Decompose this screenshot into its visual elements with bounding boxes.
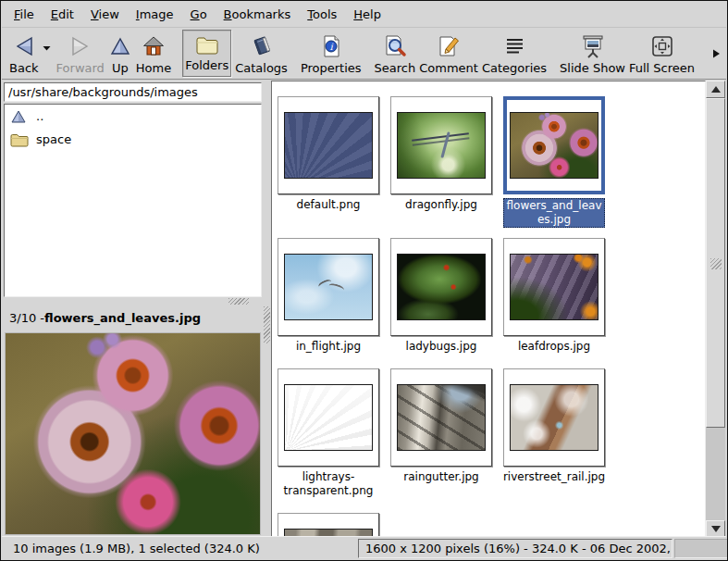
thumbnail-label[interactable]: ladybugs.jpg	[387, 340, 496, 354]
search-button[interactable]: Search	[373, 29, 418, 79]
toolbar-overflow-button[interactable]	[706, 28, 726, 79]
preview-index: 3/10 -	[9, 311, 44, 325]
catalogs-button[interactable]: Catalogs	[233, 29, 290, 79]
thumbnail-riverstreet[interactable]	[503, 368, 605, 467]
search-label: Search	[375, 61, 416, 75]
thumbnail-image	[398, 113, 485, 178]
forward-button[interactable]: Forward	[55, 29, 106, 79]
thumbnail-image	[285, 385, 372, 450]
thumbnail-default[interactable]	[278, 96, 379, 194]
properties-button[interactable]: i Properties	[299, 29, 364, 79]
thumbnail-image	[511, 255, 598, 319]
splitter-grip[interactable]	[228, 298, 249, 305]
menu-tools[interactable]: Tools	[299, 3, 345, 26]
magnifier-document-icon	[383, 33, 407, 59]
up-triangle-icon	[711, 86, 721, 93]
scrollbar-grip	[710, 258, 722, 269]
vertical-scrollbar[interactable]	[706, 81, 725, 538]
menu-view[interactable]: View	[82, 3, 128, 26]
thumbnail-label[interactable]: dragonfly.jpg	[387, 198, 496, 212]
document-info-icon: i	[319, 33, 343, 59]
thumbnail-partial[interactable]	[278, 513, 379, 538]
menu-help[interactable]: Help	[345, 3, 389, 26]
thumbnail-label[interactable]: default.png	[274, 198, 383, 212]
full-screen-label: Full Screen	[629, 61, 695, 75]
back-button[interactable]: Back	[7, 29, 41, 79]
thumbnail-label[interactable]: raingutter.jpg	[387, 470, 496, 484]
thumbnail-image	[511, 113, 598, 178]
up-icon	[108, 33, 132, 59]
statusbar-summary: 10 images (1.9 MB), 1 selected (324.0 K)	[13, 537, 260, 560]
thumbnail-label[interactable]: riverstreet_rail.jpg	[500, 470, 609, 484]
up-button[interactable]: Up	[106, 29, 134, 79]
thumbnail-dragonfly[interactable]	[390, 96, 492, 194]
thumbnail-label-selected[interactable]: flowers_and_leaves.jpg	[503, 198, 605, 228]
categories-button[interactable]: Categories	[480, 29, 549, 79]
thumbnail-image	[511, 385, 598, 450]
location-input[interactable]	[4, 82, 262, 102]
statusbar-image-info: 1600 x 1200 pixels (16%) - 324.0 K - 06 …	[358, 539, 672, 558]
folder-item-parent[interactable]: ..	[5, 105, 261, 128]
down-triangle-icon	[711, 526, 721, 532]
comment-label: Comment	[419, 61, 478, 75]
thumbnail-label[interactable]: in_flight.jpg	[274, 340, 383, 354]
menu-file[interactable]: File	[6, 3, 43, 26]
folders-label: Folders	[185, 58, 228, 72]
folder-item-space[interactable]: space	[5, 128, 261, 151]
menubar: File Edit View Image Go Bookmarks Tools …	[2, 1, 726, 28]
scrollbar-thumb[interactable]	[706, 98, 725, 428]
menu-image[interactable]: Image	[128, 3, 182, 26]
thumbnail-raingutter[interactable]	[390, 368, 492, 467]
thumbnail-in-flight[interactable]	[278, 238, 379, 336]
thumbnail-image	[398, 385, 485, 450]
resize-grip[interactable]	[674, 539, 728, 558]
statusbar: 10 images (1.9 MB), 1 selected (324.0 K)…	[2, 536, 726, 559]
full-screen-button[interactable]: Full Screen	[627, 29, 697, 79]
thumbnail-ladybugs[interactable]	[390, 238, 492, 336]
horizontal-splitter[interactable]	[3, 297, 263, 305]
menu-edit[interactable]: Edit	[43, 3, 82, 26]
folder-icon	[194, 33, 220, 56]
thumbnail-flowers-selected[interactable]	[503, 96, 605, 194]
preview-status: 3/10 - flowers_and_leaves.jpg	[3, 305, 263, 330]
home-icon	[142, 33, 166, 59]
thumbnail-leafdrops[interactable]	[503, 238, 605, 336]
folder-icon	[10, 132, 31, 147]
folder-item-label: ..	[36, 109, 43, 123]
slide-show-label: Slide Show	[560, 61, 625, 75]
thumbnail-image	[285, 255, 372, 319]
fullscreen-icon	[650, 33, 674, 59]
chevron-down-icon	[42, 44, 52, 52]
preview-image[interactable]	[5, 332, 261, 535]
back-icon	[12, 33, 36, 59]
preview-pane	[3, 330, 263, 538]
up-label: Up	[112, 61, 129, 75]
home-button[interactable]: Home	[134, 29, 173, 79]
thumbnail-label[interactable]: leafdrops.jpg	[500, 340, 609, 354]
thumbnail-lightrays[interactable]	[278, 368, 379, 467]
right-arrow-icon	[711, 48, 721, 59]
up-triangle-icon	[10, 109, 31, 124]
preview-filename: flowers_and_leaves.jpg	[44, 311, 201, 325]
slide-show-button[interactable]: Slide Show	[558, 29, 627, 79]
toolbar: Back Forward Up Home	[2, 28, 726, 80]
projector-screen-icon	[580, 33, 606, 59]
menu-bookmarks[interactable]: Bookmarks	[216, 3, 300, 26]
thumbnail-pane: default.png dragonfly.jpg flowers_and_le…	[271, 81, 706, 538]
menu-go[interactable]: Go	[182, 3, 216, 26]
home-label: Home	[136, 61, 171, 75]
forward-label: Forward	[56, 61, 105, 75]
thumbnail-label[interactable]: lightrays-transparent.png	[274, 470, 383, 498]
pencil-document-icon	[437, 33, 461, 59]
splitter-grip[interactable]	[264, 306, 270, 343]
folders-button[interactable]: Folders	[182, 30, 231, 77]
comment-button[interactable]: Comment	[417, 29, 480, 79]
folder-item-label: space	[36, 132, 71, 146]
categories-label: Categories	[482, 61, 547, 75]
folder-tree: .. space	[4, 104, 262, 297]
scroll-up-button[interactable]	[706, 81, 725, 98]
vertical-splitter[interactable]	[263, 80, 271, 538]
back-history-dropdown[interactable]	[41, 28, 55, 79]
back-label: Back	[9, 61, 39, 75]
thumbnail-image	[285, 113, 372, 178]
